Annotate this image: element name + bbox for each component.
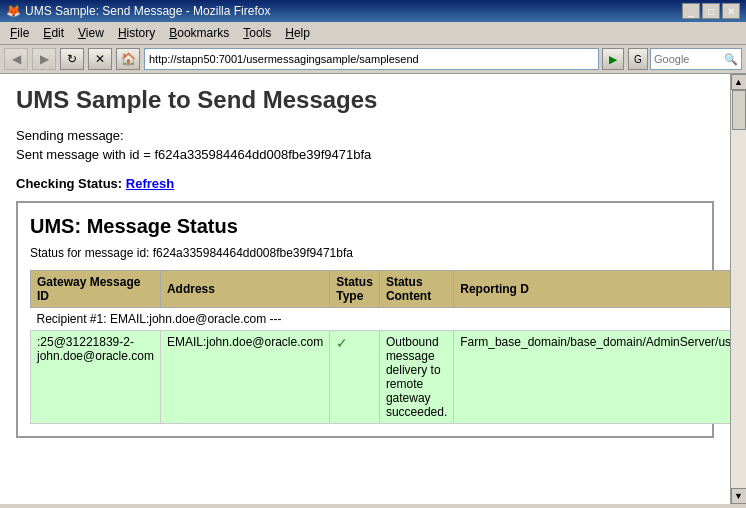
table-header-row: Gateway Message ID Address Status Type S…: [31, 271, 731, 308]
menu-file[interactable]: File: [4, 24, 35, 42]
status-table: Gateway Message ID Address Status Type S…: [30, 270, 730, 424]
menu-bookmarks[interactable]: Bookmarks: [163, 24, 235, 42]
maximize-button[interactable]: □: [702, 3, 720, 19]
forward-button[interactable]: ▶: [32, 48, 56, 70]
menu-history[interactable]: History: [112, 24, 161, 42]
scroll-track[interactable]: [731, 90, 747, 488]
scroll-thumb[interactable]: [732, 90, 746, 130]
table-row: :25@31221839-2-john.doe@oracle.com EMAIL…: [31, 331, 731, 424]
col-status-content: Status Content: [379, 271, 453, 308]
google-icon: G: [628, 48, 648, 70]
titlebar-left: 🦊 UMS Sample: Send Message - Mozilla Fir…: [6, 4, 270, 18]
status-for: Status for message id: f624a335984464dd0…: [30, 246, 700, 260]
stop-button[interactable]: ✕: [88, 48, 112, 70]
cell-reporting: Farm_base_domain/base_domain/AdminServer…: [454, 331, 730, 424]
col-reporting: Reporting D: [454, 271, 730, 308]
recipient-row: Recipient #1: EMAIL:john.doe@oracle.com …: [31, 308, 731, 331]
search-box: 🔍: [650, 48, 742, 70]
scroll-up-button[interactable]: ▲: [731, 74, 747, 90]
col-status-type: Status Type: [330, 271, 380, 308]
sending-label: Sending message:: [16, 128, 714, 143]
checking-status: Checking Status: Refresh: [16, 176, 714, 191]
browser-body: UMS Sample to Send Messages Sending mess…: [0, 74, 746, 504]
menu-edit[interactable]: Edit: [37, 24, 70, 42]
reload-button[interactable]: ↻: [60, 48, 84, 70]
window-titlebar: 🦊 UMS Sample: Send Message - Mozilla Fir…: [0, 0, 746, 22]
cell-address: EMAIL:john.doe@oracle.com: [160, 331, 329, 424]
minimize-button[interactable]: _: [682, 3, 700, 19]
browser-toolbar: ◀ ▶ ↻ ✕ 🏠 ▶ G 🔍: [0, 45, 746, 74]
cell-status-content: Outbound message delivery to remote gate…: [379, 331, 453, 424]
col-address: Address: [160, 271, 329, 308]
recipient-label: Recipient #1: EMAIL:john.doe@oracle.com …: [31, 308, 731, 331]
window-title: UMS Sample: Send Message - Mozilla Firef…: [25, 4, 270, 18]
content-area: UMS Sample to Send Messages Sending mess…: [0, 74, 730, 504]
cell-gateway-id: :25@31221839-2-john.doe@oracle.com: [31, 331, 161, 424]
menubar: File Edit View History Bookmarks Tools H…: [0, 22, 746, 45]
scrollbar[interactable]: ▲ ▼: [730, 74, 746, 504]
home-button[interactable]: 🏠: [116, 48, 140, 70]
address-input[interactable]: [144, 48, 599, 70]
checkmark-icon: ✓: [336, 335, 348, 351]
address-bar: ▶: [144, 48, 624, 70]
window-controls[interactable]: _ □ ✕: [682, 3, 740, 19]
scroll-down-button[interactable]: ▼: [731, 488, 747, 504]
close-button[interactable]: ✕: [722, 3, 740, 19]
go-button[interactable]: ▶: [602, 48, 624, 70]
cell-status-type: ✓: [330, 331, 380, 424]
page-title: UMS Sample to Send Messages: [16, 86, 714, 114]
search-area: G 🔍: [628, 48, 742, 70]
menu-tools[interactable]: Tools: [237, 24, 277, 42]
search-input[interactable]: [651, 49, 721, 69]
firefox-icon: 🦊: [6, 4, 21, 18]
checking-status-label: Checking Status:: [16, 176, 122, 191]
menu-help[interactable]: Help: [279, 24, 316, 42]
back-button[interactable]: ◀: [4, 48, 28, 70]
status-box-title: UMS: Message Status: [30, 215, 700, 238]
menu-view[interactable]: View: [72, 24, 110, 42]
status-box: UMS: Message Status Status for message i…: [16, 201, 714, 438]
col-gateway-id: Gateway Message ID: [31, 271, 161, 308]
refresh-link[interactable]: Refresh: [126, 176, 174, 191]
search-button[interactable]: 🔍: [721, 49, 741, 69]
sent-message: Sent message with id = f624a335984464dd0…: [16, 147, 714, 162]
